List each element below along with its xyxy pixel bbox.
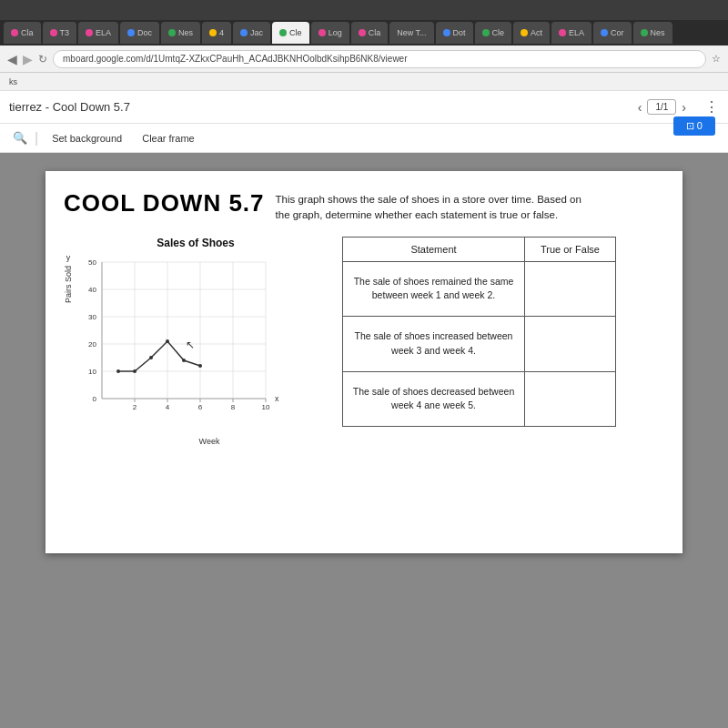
tab-jac[interactable]: Jac [233, 22, 270, 44]
tab-newt[interactable]: New T... [389, 22, 433, 44]
tab-cla2[interactable]: Cla [351, 22, 389, 44]
statement-1: The sale of shoes remained the samebetwe… [343, 261, 525, 317]
url-text: mboard.google.com/d/1UmtqZ-XZkxCPauHh_AC… [63, 54, 408, 64]
y-axis-top-label: y [66, 253, 71, 262]
statement-2: The sale of shoes increased betweenweek … [343, 317, 525, 372]
svg-text:0: 0 [93, 395, 97, 403]
tab-cla1[interactable]: Cla [4, 22, 41, 44]
prev-slide-button[interactable]: ‹ [638, 100, 642, 115]
tab-cle2[interactable]: Cle [475, 22, 512, 44]
more-options-button[interactable]: ⋮ [704, 98, 719, 116]
statement-table-wrapper: Statement True or False The sale of shoe… [342, 237, 664, 428]
tab-doc[interactable]: Doc [120, 22, 159, 44]
next-slide-button[interactable]: › [682, 100, 686, 115]
svg-text:10: 10 [262, 403, 270, 411]
browser-top-bar [0, 0, 728, 20]
tf-3[interactable] [525, 371, 616, 427]
svg-text:40: 40 [88, 286, 96, 294]
x-axis-label: Week [91, 437, 328, 446]
forward-button[interactable]: ▶ [23, 52, 33, 66]
tab-ela2[interactable]: ELA [551, 22, 592, 44]
address-bar-row: ◀ ▶ ↻ mboard.google.com/d/1UmtqZ-XZkxCPa… [0, 46, 728, 73]
tab-log[interactable]: Log [311, 22, 349, 44]
present-button[interactable]: ⊡ 0 [673, 116, 715, 136]
tab-t3[interactable]: T3 [43, 22, 77, 44]
svg-text:10: 10 [88, 368, 96, 376]
svg-text:6: 6 [198, 403, 203, 411]
svg-text:4: 4 [166, 403, 170, 411]
main-area: COOL DOWN 5.7 This graph shows the sale … [0, 153, 728, 728]
svg-point-34 [198, 364, 202, 368]
tab-nes1[interactable]: Nes [161, 22, 200, 44]
search-icon[interactable]: 🔍 [13, 131, 27, 145]
svg-point-32 [166, 339, 169, 343]
svg-text:x: x [275, 394, 279, 403]
slide-title: COOL DOWN 5.7 [64, 189, 265, 217]
tab-ela1[interactable]: ELA [78, 22, 118, 44]
slide-container: COOL DOWN 5.7 This graph shows the sale … [46, 171, 682, 553]
tab-cle-active[interactable]: Cle [272, 22, 309, 44]
graph-title: Sales of Shoes [64, 237, 328, 249]
svg-text:2: 2 [133, 403, 137, 411]
table-header-statement: Statement [343, 237, 525, 261]
statement-table: Statement True or False The sale of shoe… [342, 237, 616, 428]
bookmarks-label: ks [9, 77, 17, 86]
svg-point-29 [116, 369, 120, 373]
svg-text:50: 50 [88, 258, 96, 267]
y-axis-label: Pairs Sold [64, 266, 73, 303]
svg-text:↖: ↖ [186, 339, 195, 351]
back-button[interactable]: ◀ [7, 52, 17, 66]
graph-svg: 0 10 20 30 40 50 2 4 6 8 10 [75, 253, 284, 435]
table-row: The sale of shoes increased betweenweek … [343, 317, 616, 372]
tf-1[interactable] [525, 261, 616, 317]
content-area: Sales of Shoes y Pairs Sold [64, 237, 664, 446]
tab-4[interactable]: 4 [202, 22, 231, 44]
graph-area: Sales of Shoes y Pairs Sold [64, 237, 328, 446]
statement-3: The sale of shoes decreased betweenweek … [343, 371, 525, 427]
svg-point-33 [182, 359, 186, 362]
tab-dot[interactable]: Dot [436, 22, 473, 44]
svg-point-31 [149, 356, 153, 359]
svg-text:20: 20 [88, 340, 96, 349]
toolbar-separator: | [35, 130, 38, 147]
svg-point-30 [133, 369, 136, 373]
svg-text:30: 30 [88, 313, 96, 321]
slides-title: tierrez - Cool Down 5.7 [9, 100, 130, 114]
tab-act[interactable]: Act [513, 22, 550, 44]
table-header-truefalse: True or False [525, 237, 616, 261]
slides-header: tierrez - Cool Down 5.7 ‹ 1/1 › ⋮ [0, 91, 728, 124]
toolbar-row: 🔍 | Set background Clear frame ⊡ 0 [0, 124, 728, 153]
slide-counter: 1/1 [647, 99, 676, 115]
tf-2[interactable] [525, 317, 616, 372]
address-input[interactable]: mboard.google.com/d/1UmtqZ-XZkxCPauHh_AC… [53, 50, 706, 68]
table-row: The sale of shoes remained the samebetwe… [343, 261, 616, 317]
refresh-button[interactable]: ↻ [38, 53, 47, 66]
cool-down-header: COOL DOWN 5.7 This graph shows the sale … [64, 189, 664, 224]
bookmark-icon[interactable]: ☆ [712, 53, 721, 65]
tab-cor[interactable]: Cor [593, 22, 632, 44]
table-row: The sale of shoes decreased betweenweek … [343, 371, 616, 427]
tab-nes2[interactable]: Nes [633, 22, 672, 44]
slide-navigation: ‹ 1/1 › [638, 99, 686, 115]
slide-description: This graph shows the sale of shoes in a … [276, 189, 581, 224]
bookmarks-bar: ks [0, 73, 728, 91]
svg-text:8: 8 [231, 403, 236, 411]
clear-frame-button[interactable]: Clear frame [136, 130, 200, 147]
set-background-button[interactable]: Set background [46, 130, 128, 147]
tab-bar: Cla T3 ELA Doc Nes 4 Jac Cle Log Cla New… [0, 20, 728, 46]
